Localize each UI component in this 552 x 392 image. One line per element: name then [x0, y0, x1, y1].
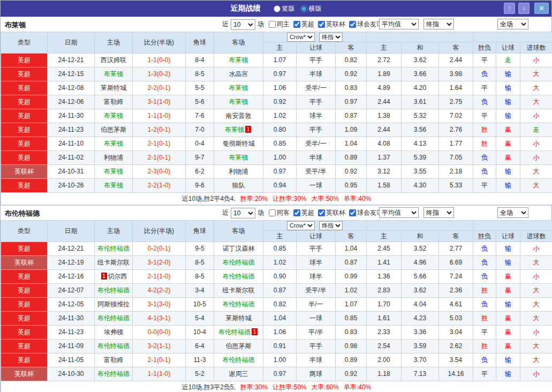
scope-select[interactable]: 全场 [497, 19, 528, 29]
away-team-name[interactable]: 利物浦 [229, 168, 248, 175]
column-header: 日期 [48, 221, 95, 242]
home-team-name[interactable]: 布莱顿 [104, 182, 123, 189]
away-team-name[interactable]: 布伦特福德 [223, 273, 255, 280]
same-venue-filter[interactable]: 同客 [269, 208, 290, 217]
home-team-name[interactable]: 布莱顿 [104, 112, 123, 119]
match-count-select[interactable]: 10 [231, 19, 255, 30]
league-cell: 英超 [1, 123, 48, 137]
away-team-name[interactable]: 狼队 [232, 182, 245, 189]
away-team-name[interactable]: 布伦特福德 [223, 259, 255, 266]
league-filter-checkbox[interactable] [318, 209, 325, 216]
column-header: 日期 [48, 32, 95, 54]
avg-draw-cell: 3.59 [402, 340, 439, 353]
away-team-name[interactable]: 伯恩茅斯 [226, 342, 252, 350]
away-team-name[interactable]: 谢周三 [229, 370, 248, 378]
home-team-name[interactable]: 布莱顿 [104, 140, 123, 147]
vertical-layout-radio[interactable] [274, 5, 281, 12]
near-label: 近 [222, 208, 229, 217]
league-filter[interactable]: 英联杯 [318, 208, 345, 217]
away-team-name[interactable]: 布伦特福德 [218, 328, 251, 336]
league-filter-checkbox[interactable] [293, 21, 300, 28]
move-down-button[interactable]: ↓ [518, 3, 530, 14]
goals-result-cell: 大 [520, 179, 552, 193]
home-team-name[interactable]: 布伦特福德 [97, 314, 130, 322]
home-team-name[interactable]: 布伦特福德 [97, 370, 130, 378]
league-filter-checkbox[interactable] [349, 21, 356, 28]
league-filter-checkbox[interactable] [293, 209, 300, 216]
match-result-cell: 胜 [473, 123, 496, 137]
move-up-button[interactable]: ↑ [504, 3, 515, 14]
home-team-name[interactable]: 利物浦 [104, 154, 123, 161]
home-team-name[interactable]: 布伦特福德 [97, 245, 130, 252]
odds-final-select[interactable]: 终指 [319, 221, 343, 230]
league-filter-checkbox[interactable] [318, 21, 325, 28]
away-team-name[interactable]: 布莱顿 [229, 84, 248, 92]
league-filter[interactable]: 英超 [293, 208, 314, 217]
league-filter[interactable]: 球会友谊 [349, 20, 383, 29]
match-result-cell: 负 [473, 298, 496, 312]
home-team-name[interactable]: 纽卡斯尔联 [97, 259, 130, 266]
layout-option-vertical[interactable]: 竖版 [274, 4, 295, 13]
home-team-name[interactable]: 切尔西 [108, 273, 127, 280]
summary-stat: 让胜率:30% [273, 195, 306, 202]
league-filter[interactable]: 英联杯 [318, 20, 345, 29]
home-team-name[interactable]: 富勒姆 [104, 98, 123, 105]
same-venue-filter[interactable]: 同主 [269, 20, 290, 29]
home-team-name[interactable]: 埃弗顿 [104, 328, 123, 336]
handicap-cell: 半球 [297, 151, 336, 165]
away-team-name[interactable]: 布莱顿 [225, 126, 244, 133]
away-team-name[interactable]: 水晶宫 [229, 70, 248, 78]
match-filter-group: 近10场同主英超英联杯球会友谊 [221, 19, 383, 30]
match-count-select[interactable]: 10 [231, 208, 255, 218]
handicap-result-cell: 输 [496, 165, 520, 179]
home-team-name[interactable]: 布伦特福德 [97, 287, 130, 294]
league-filter-checkbox[interactable] [349, 209, 356, 216]
avg-type-select[interactable]: 平均值 [379, 207, 419, 218]
avg-type-select[interactable]: 平均值 [379, 19, 419, 29]
home-team-name[interactable]: 富勒姆 [104, 356, 123, 364]
away-team-name[interactable]: 莱斯特城 [226, 314, 252, 322]
home-team-name[interactable]: 布莱顿 [104, 70, 123, 78]
close-button[interactable]: ✕ [534, 3, 549, 14]
league-cell: 英联杯 [1, 165, 48, 179]
away-team-name[interactable]: 纽卡斯尔联 [223, 287, 255, 294]
same-venue-checkbox[interactable] [269, 21, 276, 28]
league-cell: 英联杯 [1, 367, 48, 381]
odds-final-select[interactable]: 终指 [319, 33, 343, 42]
match-row: 英超24-11-30布伦特福德4-1(3-1)5-4莱斯特城1.04一球0.85… [1, 312, 552, 326]
avg-away-cell: 3.04 [439, 326, 473, 340]
horizontal-layout-radio[interactable] [300, 5, 307, 12]
home-team-name[interactable]: 西汉姆联 [101, 56, 126, 64]
away-team-name[interactable]: 布伦特福德 [223, 300, 255, 308]
corners-cell: 10-5 [186, 298, 214, 312]
avg-draw-cell: 3.62 [402, 54, 439, 67]
league-filter[interactable]: 英超 [293, 20, 314, 29]
odds-source-select[interactable]: Crow* [287, 221, 315, 230]
away-team-name[interactable]: 诺丁汉森林 [223, 245, 255, 252]
scope-select[interactable]: 全场 [497, 207, 528, 218]
away-team-name[interactable]: 南安普敦 [226, 112, 252, 119]
away-team-name[interactable]: 布莱顿 [229, 56, 248, 64]
league-filter[interactable]: 球会友谊 [349, 208, 383, 217]
away-team-name[interactable]: 布伦特福德 [223, 356, 255, 364]
away-team-name[interactable]: 布莱顿 [229, 154, 248, 161]
match-result-cell: 平 [473, 367, 496, 381]
home-team-name[interactable]: 伯恩茅斯 [101, 126, 126, 133]
layout-option-horizontal[interactable]: 横版 [300, 4, 322, 13]
home-team-name[interactable]: 莱斯特城 [101, 84, 126, 92]
score-text: 1-3(0-2) [148, 70, 171, 78]
same-venue-checkbox[interactable] [269, 209, 276, 216]
avg-final-select[interactable]: 终指 [424, 19, 454, 29]
home-team-name[interactable]: 布伦特福德 [97, 342, 130, 350]
away-odds-cell: 1.04 [336, 137, 367, 151]
home-odds-cell: 0.91 [263, 340, 297, 353]
away-odds-cell: 0.87 [336, 256, 367, 270]
corners-cell: 7-6 [186, 109, 214, 123]
home-team-name[interactable]: 阿斯顿维拉 [97, 300, 130, 308]
avg-final-select[interactable]: 终指 [424, 207, 454, 218]
handicap-cell: 一球 [297, 312, 336, 326]
away-team-name[interactable]: 布莱顿 [229, 98, 248, 105]
away-team-name[interactable]: 曼彻斯特城 [223, 140, 255, 147]
odds-source-select[interactable]: Crow* [287, 33, 315, 42]
home-team-name[interactable]: 布莱顿 [104, 168, 123, 175]
